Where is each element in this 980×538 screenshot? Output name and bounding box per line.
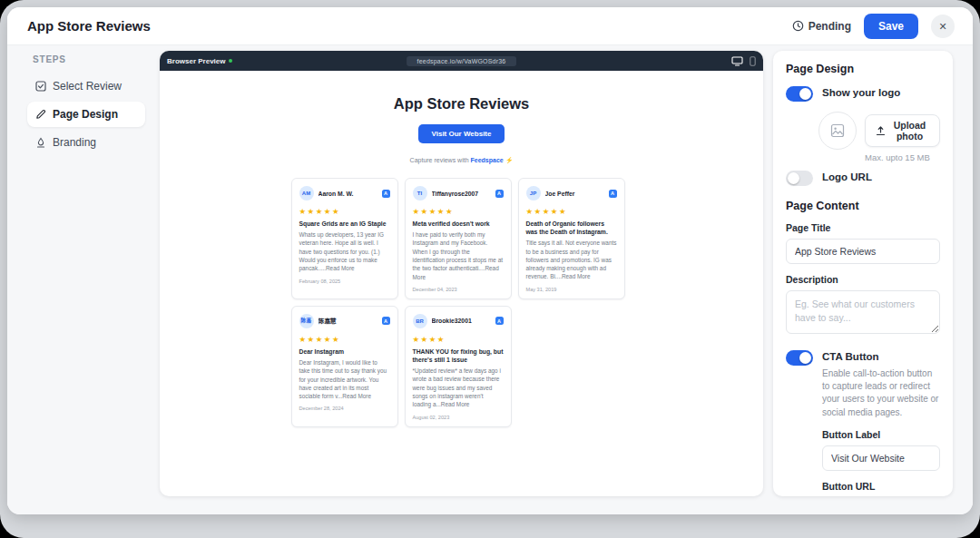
- review-date: December 28, 2024: [299, 406, 390, 411]
- review-card: AM Aaron M. W. A ★★★★★ Square Grids are …: [291, 178, 398, 299]
- review-body[interactable]: Title says it all. Not everyone wants to…: [526, 239, 617, 280]
- app-body: STEPS Select Review Page Design Branding: [7, 45, 973, 514]
- review-body[interactable]: I have paid to verify both my Instagram …: [413, 230, 504, 281]
- star-rating: ★★★★: [413, 335, 504, 344]
- browser-preview: Browser Preview feedspace.io/w/VaWGOSdr3…: [160, 51, 763, 496]
- button-url-label: Button URL: [822, 481, 940, 492]
- app-window: App Store Reviews Pending Save ✕ STEPS S…: [7, 7, 973, 514]
- show-logo-toggle[interactable]: [786, 86, 813, 102]
- review-card: BR Brookie32001 A ★★★★ THANK YOU for fix…: [405, 306, 512, 427]
- upload-photo-button[interactable]: Upload photo: [865, 114, 940, 147]
- button-label-label: Button Label: [822, 429, 940, 440]
- sidebar-item-branding[interactable]: Branding: [27, 130, 145, 155]
- star-rating: ★★★★★: [413, 207, 504, 216]
- app-store-icon: A: [609, 190, 617, 198]
- lightning-icon: ⚡: [505, 157, 514, 163]
- page-title-label: Page Title: [786, 222, 940, 233]
- preview-url[interactable]: feedspace.io/w/VaWGOSdr36: [407, 56, 517, 66]
- upload-icon: [876, 126, 886, 136]
- sidebar-item-select-review[interactable]: Select Review: [27, 73, 145, 99]
- avatar: TI: [413, 186, 427, 201]
- page-content-heading: Page Content: [786, 200, 940, 212]
- logo-placeholder[interactable]: [818, 112, 857, 150]
- image-icon: [830, 123, 845, 138]
- reviewer-name: Brookie32001: [432, 318, 491, 324]
- panel-heading: Page Design: [786, 63, 940, 75]
- browser-preview-label: Browser Preview: [167, 57, 232, 65]
- desktop-icon[interactable]: [731, 56, 743, 66]
- show-logo-label: Show your logo: [822, 85, 900, 101]
- avatar: BR: [413, 314, 427, 328]
- page-title-input[interactable]: [786, 239, 940, 264]
- status-text: Pending: [808, 20, 851, 33]
- app-store-icon: A: [495, 190, 504, 198]
- logo-url-label: Logo URL: [822, 170, 872, 185]
- upload-photo-label: Upload photo: [890, 120, 929, 142]
- cta-button-description: Enable call-to-action button to capture …: [822, 367, 940, 419]
- reviewer-name: Tiffanyrose2007: [432, 191, 491, 197]
- review-body[interactable]: Dear Instagram, I would like to take thi…: [299, 358, 390, 400]
- star-rating: ★★★★★: [526, 207, 617, 216]
- review-title: THANK YOU for fixing bug, but there's st…: [413, 347, 504, 364]
- reviews-grid: AM Aaron M. W. A ★★★★★ Square Grids are …: [291, 178, 632, 427]
- star-rating: ★★★★★: [299, 207, 390, 216]
- live-status-dot: [229, 59, 232, 63]
- preview-content: App Store Reviews Visit Our Website Capt…: [160, 95, 763, 427]
- avatar: AM: [299, 186, 314, 201]
- sidebar-item-label: Select Review: [53, 80, 122, 93]
- status-badge: Pending: [792, 20, 851, 33]
- review-card: JP Joe Peffer A ★★★★★ Death of Organic f…: [518, 178, 625, 299]
- save-button[interactable]: Save: [864, 14, 918, 39]
- close-button[interactable]: ✕: [931, 15, 955, 38]
- page-title: App Store Reviews: [27, 18, 151, 34]
- browser-preview-bar: Browser Preview feedspace.io/w/VaWGOSdr3…: [160, 51, 763, 71]
- reviewer-name: 陈嘉慧: [318, 317, 377, 326]
- upload-size-hint: Max. upto 15 MB: [865, 152, 940, 162]
- review-card: 陈嘉 陈嘉慧 A ★★★★★ Dear Instagram Dear Insta…: [291, 306, 398, 427]
- review-date: August 02, 2023: [413, 415, 504, 420]
- review-card: TI Tiffanyrose2007 A ★★★★★ Meta verified…: [405, 178, 512, 299]
- wall-title: App Store Reviews: [160, 95, 763, 112]
- avatar: 陈嘉: [299, 314, 314, 328]
- review-body[interactable]: Whats up developers, 13 year IG veteran …: [299, 230, 390, 272]
- sidebar-item-label: Branding: [53, 136, 96, 149]
- checkbox-icon: [35, 81, 46, 92]
- cta-button-label: CTA Button: [822, 349, 940, 365]
- logo-url-toggle[interactable]: [786, 171, 813, 186]
- app-store-icon: A: [382, 190, 390, 198]
- visit-website-button[interactable]: Visit Our Website: [418, 124, 505, 143]
- review-body[interactable]: *Updated review* a few days ago i wrote …: [413, 367, 504, 408]
- reviewer-name: Aaron M. W.: [318, 191, 377, 197]
- feedspace-link[interactable]: Feedspace: [471, 157, 504, 163]
- review-date: February 08, 2025: [299, 279, 390, 284]
- app-store-icon: A: [495, 317, 504, 325]
- review-date: December 04, 2023: [413, 287, 504, 292]
- review-date: May 31, 2019: [526, 287, 617, 292]
- avatar: JP: [526, 186, 541, 201]
- steps-sidebar: STEPS Select Review Page Design Branding: [27, 54, 145, 158]
- description-label: Description: [786, 274, 940, 285]
- app-header: App Store Reviews Pending Save ✕: [7, 7, 973, 45]
- review-title: Dear Instagram: [299, 347, 390, 356]
- review-title: Square Grids are an IG Staple: [299, 220, 390, 228]
- branding-icon: [35, 137, 46, 148]
- button-label-input[interactable]: [822, 445, 940, 471]
- sidebar-item-page-design[interactable]: Page Design: [27, 102, 145, 127]
- review-title: Meta verified doesn't work: [413, 220, 504, 228]
- caption-text: Capture reviews with: [410, 157, 469, 163]
- review-title: Death of Organic followers was the Death…: [526, 220, 617, 236]
- clock-icon: [792, 20, 804, 32]
- feedspace-caption: Capture reviews with Feedspace ⚡: [160, 157, 763, 164]
- description-input[interactable]: [786, 290, 940, 334]
- reviewer-name: Joe Peffer: [545, 191, 604, 197]
- steps-heading: STEPS: [33, 54, 145, 64]
- browser-preview-text: Browser Preview: [167, 57, 225, 65]
- app-store-icon: A: [382, 317, 390, 325]
- pencil-icon: [35, 109, 46, 120]
- sidebar-item-label: Page Design: [53, 108, 118, 121]
- mobile-icon[interactable]: [750, 56, 756, 66]
- page-design-panel: Page Design Show your logo Upload: [773, 51, 953, 496]
- star-rating: ★★★★★: [299, 335, 390, 344]
- cta-button-toggle[interactable]: [786, 350, 813, 366]
